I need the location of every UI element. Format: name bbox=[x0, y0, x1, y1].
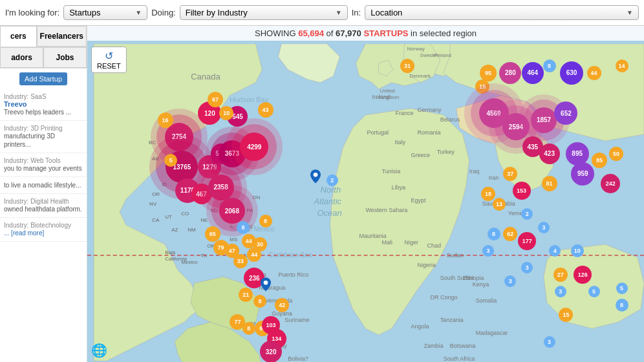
svg-text:NM: NM bbox=[188, 227, 196, 233]
tab-freelancers[interactable]: Freelancers bbox=[37, 26, 87, 47]
cluster-c44[interactable]: 630 bbox=[560, 61, 583, 85]
reset-button[interactable]: ↺ RESET bbox=[91, 47, 127, 73]
cluster-c42[interactable]: 15 bbox=[475, 80, 489, 94]
map-area[interactable]: SHOWING 65,694 of 67,970 STARTUPS in sel… bbox=[87, 26, 644, 362]
cluster-c48[interactable]: 2594 bbox=[502, 113, 530, 140]
sidebar-items: Industry: SaaS Treevo Treevo helps leade… bbox=[0, 89, 87, 242]
location-value: Location bbox=[370, 8, 402, 17]
svg-text:Ethiopia: Ethiopia bbox=[463, 275, 484, 281]
cluster-c31[interactable]: 8 bbox=[242, 322, 255, 335]
cluster-c50[interactable]: 652 bbox=[554, 101, 577, 125]
location-dropdown[interactable]: Location ▼ bbox=[365, 5, 639, 20]
cluster-c12[interactable]: 67 bbox=[208, 92, 223, 107]
reset-label: RESET bbox=[97, 62, 121, 70]
cluster-c66[interactable]: 8 bbox=[488, 228, 500, 240]
startups-arrow-icon: ▼ bbox=[135, 9, 142, 16]
cluster-c63[interactable]: 62 bbox=[503, 227, 517, 241]
cluster-c43[interactable]: 8 bbox=[543, 59, 556, 72]
startup-title[interactable]: Treevo bbox=[4, 100, 83, 108]
cluster-c62[interactable]: 242 bbox=[601, 174, 620, 193]
cluster-c2[interactable]: 2754 bbox=[165, 123, 193, 151]
cluster-c58[interactable]: 13 bbox=[493, 198, 506, 211]
tab-jobs[interactable]: Jobs bbox=[43, 47, 87, 68]
list-item: to live a nomadic lifestyle... bbox=[0, 177, 87, 194]
add-startup-button[interactable]: Add Startup bbox=[19, 72, 67, 85]
cluster-c53[interactable]: 895 bbox=[566, 142, 589, 165]
svg-text:Iran: Iran bbox=[489, 175, 499, 181]
cluster-c14[interactable]: 43 bbox=[258, 102, 274, 118]
cluster-c57[interactable]: 18 bbox=[481, 187, 495, 201]
cluster-c13[interactable]: 10 bbox=[219, 106, 233, 120]
cluster-c55[interactable]: 50 bbox=[609, 147, 623, 161]
cluster-c71[interactable]: 4 bbox=[549, 245, 561, 257]
svg-text:Botswana: Botswana bbox=[450, 343, 476, 349]
list-item: Industry: 3D Printing manufacturing 3D p… bbox=[0, 121, 87, 153]
cluster-c78[interactable]: 15 bbox=[559, 308, 573, 322]
tab-cers[interactable]: cers bbox=[0, 26, 37, 47]
list-item: Industry: Biotechnology ... [read more] bbox=[0, 218, 87, 242]
cluster-c38[interactable]: 31 bbox=[400, 59, 414, 73]
cluster-c3[interactable]: 16 bbox=[158, 112, 173, 128]
svg-text:Puerto Rico: Puerto Rico bbox=[278, 272, 308, 278]
cluster-c26[interactable]: 8 bbox=[259, 215, 272, 228]
cluster-c49[interactable]: 1857 bbox=[531, 107, 557, 133]
cluster-c40[interactable]: 280 bbox=[499, 62, 521, 84]
svg-text:Mexico: Mexico bbox=[181, 259, 198, 265]
cluster-c76[interactable]: 5 bbox=[588, 286, 600, 297]
cluster-c16[interactable]: 2068 bbox=[219, 198, 245, 224]
cluster-c69[interactable]: 3 bbox=[521, 262, 533, 273]
location-pin bbox=[261, 277, 271, 292]
cluster-c25[interactable]: 8 bbox=[237, 221, 250, 234]
startup-desc: manufacturing 3D printers... bbox=[4, 132, 83, 149]
globe-icon: 🌐 bbox=[91, 343, 107, 358]
cluster-c75[interactable]: 3 bbox=[555, 286, 566, 297]
cluster-c29[interactable]: 8 bbox=[253, 295, 266, 308]
startups-dropdown[interactable]: Startups ▼ bbox=[63, 5, 147, 20]
cluster-c17[interactable]: 5 bbox=[164, 154, 177, 167]
cluster-c15[interactable]: 2358 bbox=[208, 175, 234, 200]
cluster-c61[interactable]: 959 bbox=[571, 162, 594, 186]
cluster-c59[interactable]: 153 bbox=[513, 182, 531, 200]
list-item: Industry: Web Tools you to manage your e… bbox=[0, 153, 87, 177]
cluster-c21[interactable]: 33 bbox=[233, 254, 248, 268]
cluster-c74[interactable]: 126 bbox=[574, 266, 592, 284]
svg-text:Canada: Canada bbox=[191, 72, 220, 81]
cluster-c65[interactable]: 3 bbox=[482, 245, 494, 257]
cluster-c28[interactable]: 21 bbox=[239, 288, 253, 302]
cluster-c77[interactable]: 5 bbox=[616, 282, 628, 294]
industry-value: Filter by Industry bbox=[186, 8, 248, 17]
svg-text:Romania: Romania bbox=[418, 129, 441, 136]
cluster-c60[interactable]: 81 bbox=[542, 176, 557, 191]
cluster-c24[interactable]: 30 bbox=[253, 237, 267, 251]
showing-suffix: in selected region bbox=[408, 28, 477, 38]
industry-dropdown[interactable]: Filter by Industry ▼ bbox=[180, 5, 348, 20]
svg-text:NE: NE bbox=[200, 217, 208, 223]
cluster-c70[interactable]: 3 bbox=[504, 275, 516, 287]
startup-desc: ... [read more] bbox=[4, 229, 83, 237]
cluster-c34[interactable]: 42 bbox=[275, 298, 289, 312]
cluster-c37[interactable]: 2 bbox=[327, 175, 338, 186]
top-bar: I'm looking for: Startups ▼ Doing: Filte… bbox=[0, 0, 644, 26]
startup-tag: Industry: Digital Health bbox=[4, 198, 83, 205]
cluster-c73[interactable]: 27 bbox=[553, 268, 568, 282]
cluster-c79[interactable]: 8 bbox=[616, 299, 628, 312]
cluster-c10[interactable]: 4299 bbox=[240, 133, 268, 161]
cluster-c67[interactable]: 3 bbox=[538, 222, 550, 233]
svg-text:Kingdom: Kingdom bbox=[379, 94, 400, 100]
cluster-c68[interactable]: 2 bbox=[521, 208, 533, 220]
showing-prefix: SHOWING bbox=[255, 28, 298, 38]
cluster-c54[interactable]: 85 bbox=[592, 153, 607, 168]
startup-tag: Industry: Web Tools bbox=[4, 157, 83, 164]
tab-adors[interactable]: adors bbox=[0, 47, 43, 68]
cluster-c36[interactable]: 320 bbox=[260, 341, 282, 362]
cluster-c45[interactable]: 44 bbox=[587, 66, 601, 80]
cluster-c72[interactable]: 10 bbox=[571, 244, 584, 257]
cluster-c52[interactable]: 423 bbox=[539, 144, 560, 164]
showing-of: of bbox=[324, 28, 336, 38]
cluster-c80[interactable]: 3 bbox=[544, 336, 555, 348]
cluster-c64[interactable]: 177 bbox=[518, 232, 536, 250]
cluster-c46[interactable]: 14 bbox=[616, 59, 628, 72]
cluster-c41[interactable]: 464 bbox=[522, 62, 544, 84]
svg-text:Norway: Norway bbox=[407, 46, 425, 52]
cluster-c56[interactable]: 37 bbox=[503, 167, 517, 181]
